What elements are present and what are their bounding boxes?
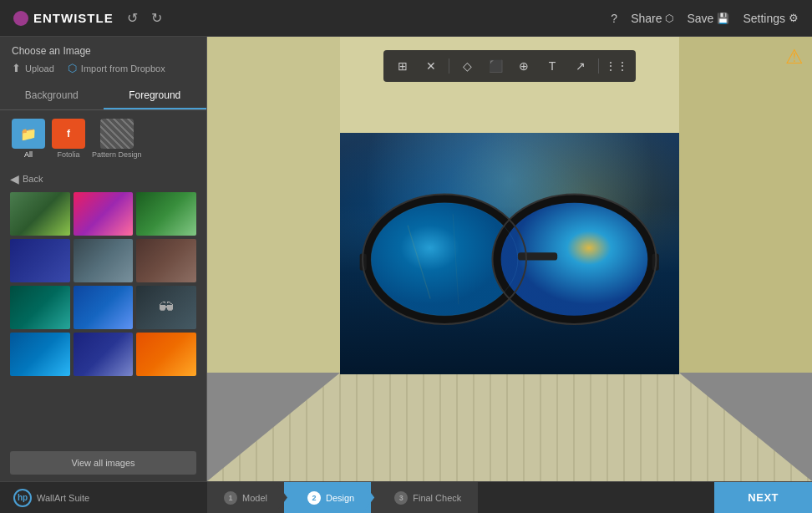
tab-background-label: Background (25, 89, 79, 101)
grid-image-11[interactable] (74, 333, 134, 376)
undo-button[interactable]: ↺ (124, 8, 141, 28)
grid-image-3[interactable] (136, 192, 196, 236)
step-design-num: 2 (307, 491, 321, 505)
topbar-right: ? Share ⬡ Save 💾 Settings ⚙ (611, 12, 799, 25)
steps-nav: 1 Model 2 Design 3 Final Check (207, 482, 714, 513)
grid-image-9[interactable]: 🕶 (136, 286, 196, 329)
grid-image-7[interactable] (10, 286, 70, 329)
share-icon: ⬡ (665, 13, 673, 24)
zoom-tool[interactable]: ⊕ (513, 55, 535, 77)
room-right-wall (679, 37, 812, 373)
grid-image-8[interactable] (74, 286, 134, 329)
share-button[interactable]: Share ⬡ (631, 12, 673, 25)
save-button[interactable]: Save 💾 (687, 12, 729, 25)
undo-redo-group: ↺ ↻ (124, 8, 165, 28)
toolbar-separator-1 (449, 58, 449, 74)
tabs: Background Foreground (0, 83, 206, 110)
room-floor (207, 373, 812, 481)
main-layout: Choose an Image ⬆ Upload ⬡ Import from D… (0, 37, 812, 481)
grid-image-12[interactable] (136, 333, 196, 376)
svg-rect-4 (518, 252, 557, 260)
grid-image-2[interactable] (74, 192, 134, 236)
select-tool[interactable]: ⊞ (392, 55, 414, 77)
next-label: NEXT (748, 491, 779, 504)
back-label: Back (23, 174, 43, 184)
text-tool[interactable]: T (541, 55, 563, 77)
next-button[interactable]: NEXT (714, 482, 812, 514)
hp-logo-icon: hp (13, 489, 32, 507)
source-all[interactable]: 📁 All (12, 119, 45, 159)
tab-foreground-label: Foreground (129, 89, 180, 101)
sidebar: Choose an Image ⬆ Upload ⬡ Import from D… (0, 37, 207, 481)
glasses-display (340, 133, 678, 374)
settings-label: Settings (743, 12, 785, 25)
export-tool[interactable]: ↗ (570, 55, 591, 77)
app-name: ENTWISTLE (33, 11, 114, 25)
choose-image-label: Choose an Image (12, 45, 91, 57)
source-pattern[interactable]: Pattern Design (92, 119, 142, 159)
step-design[interactable]: 2 Design (284, 482, 371, 513)
sidebar-header: Choose an Image (0, 37, 206, 62)
settings-button[interactable]: Settings ⚙ (743, 12, 799, 25)
grid-image-10[interactable] (10, 333, 70, 376)
canvas-image[interactable] (340, 133, 678, 374)
toolbar-separator-2 (598, 58, 599, 74)
back-arrow-icon: ◀ (10, 172, 19, 185)
image-tool[interactable]: ⬛ (485, 55, 506, 77)
step-model-label: Model (242, 493, 267, 503)
step-final-check-label: Final Check (413, 493, 461, 503)
logo-icon (13, 11, 28, 26)
save-icon: 💾 (717, 13, 729, 24)
app-logo: ENTWISTLE (13, 11, 114, 26)
upload-icon: ⬆ (12, 62, 21, 74)
hp-branding: hp WallArt Suite (0, 489, 207, 507)
upload-label: Upload (25, 63, 54, 74)
delete-tool[interactable]: ✕ (420, 55, 442, 77)
grid-row-4 (10, 333, 196, 376)
warning-icon: ⚠ (785, 45, 804, 68)
bottombar: hp WallArt Suite 1 Model 2 Design 3 Fina… (0, 481, 812, 513)
image-sources: 📁 All f Fotolia Pattern Design (0, 110, 206, 164)
room-left-wall (207, 37, 340, 373)
help-icon: ? (611, 12, 617, 25)
grid-image-1[interactable] (10, 192, 70, 236)
all-icon: 📁 (12, 119, 45, 149)
shape-tool[interactable]: ◇ (456, 55, 478, 77)
tab-background[interactable]: Background (0, 83, 104, 109)
grid-image-4[interactable] (10, 239, 70, 282)
save-label: Save (687, 12, 713, 25)
upload-button[interactable]: ⬆ Upload (12, 62, 54, 74)
step-model[interactable]: 1 Model (207, 482, 284, 513)
dropbox-icon: ⬡ (68, 62, 77, 74)
help-button[interactable]: ? (611, 12, 617, 25)
image-grid: ◀ Back 🕶 (0, 164, 206, 444)
view-all-label: View all images (71, 458, 134, 468)
fotolia-label: Fotolia (57, 150, 79, 159)
grid-row-2 (10, 239, 196, 282)
grid-image-6[interactable] (136, 239, 196, 282)
import-dropbox-button[interactable]: ⬡ Import from Dropbox (68, 62, 165, 74)
tab-foreground[interactable]: Foreground (104, 83, 207, 109)
all-label: All (24, 150, 33, 159)
back-button[interactable]: ◀ Back (10, 169, 196, 192)
redo-button[interactable]: ↻ (148, 8, 165, 28)
step-final-check[interactable]: 3 Final Check (371, 482, 478, 513)
editing-toolbar: ⊞ ✕ ◇ ⬛ ⊕ T ↗ ⋮⋮ (383, 50, 636, 82)
grid-row-3: 🕶 (10, 286, 196, 329)
grid-tool[interactable]: ⋮⋮ (606, 55, 627, 77)
share-label: Share (631, 12, 662, 25)
pattern-label: Pattern Design (92, 150, 142, 159)
view-all-images-button[interactable]: View all images (10, 451, 196, 475)
pattern-icon (100, 119, 134, 149)
sidebar-actions: ⬆ Upload ⬡ Import from Dropbox (0, 62, 206, 83)
topbar: ENTWISTLE ↺ ↻ ? Share ⬡ Save 💾 Settings … (0, 0, 812, 37)
topbar-left: ENTWISTLE ↺ ↻ (13, 8, 165, 28)
glasses-svg (340, 133, 678, 374)
source-fotolia[interactable]: f Fotolia (52, 119, 85, 159)
warning-button[interactable]: ⚠ (785, 45, 804, 69)
step-design-label: Design (326, 493, 354, 503)
canvas-area[interactable]: ⊞ ✕ ◇ ⬛ ⊕ T ↗ ⋮⋮ ⚠ (207, 37, 812, 481)
grid-image-5[interactable] (74, 239, 134, 282)
step-final-check-num: 3 (394, 491, 408, 505)
import-label: Import from Dropbox (81, 63, 165, 74)
